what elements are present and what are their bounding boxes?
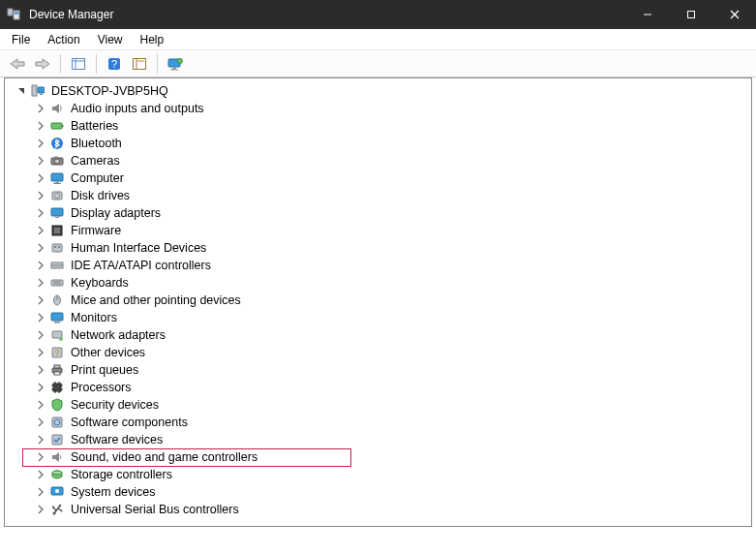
menu-file[interactable]: File <box>4 31 38 48</box>
svg-point-18 <box>178 58 183 63</box>
minimize-button[interactable] <box>625 0 669 29</box>
tree-category-node[interactable]: Display adapters <box>11 204 751 222</box>
swcomp-icon <box>49 415 65 430</box>
menu-view[interactable]: View <box>90 31 131 48</box>
tree-category-label: Universal Serial Bus controllers <box>69 501 241 518</box>
toolbar-help-button[interactable]: ? <box>103 53 126 75</box>
computer-icon <box>49 170 65 186</box>
chevron-right-icon[interactable] <box>34 416 47 429</box>
tree-category-node[interactable]: Print queues <box>11 361 751 379</box>
tree-category-node[interactable]: Human Interface Devices <box>11 239 751 257</box>
tree-category-node[interactable]: Processors <box>11 379 751 396</box>
printer-icon <box>49 362 65 378</box>
tree-category-node[interactable]: Disk drives <box>11 187 751 204</box>
svg-rect-17 <box>170 69 178 70</box>
toolbar-back-button[interactable] <box>6 53 29 75</box>
tree-category-node[interactable]: Bluetooth <box>11 135 751 152</box>
tree-category-label: Storage controllers <box>69 466 174 483</box>
tree-category-label: Mice and other pointing devices <box>69 292 243 309</box>
chevron-right-icon[interactable] <box>34 276 47 290</box>
mouse-icon <box>49 292 65 308</box>
tree-category-node[interactable]: Mice and other pointing devices <box>11 292 751 309</box>
device-manager-app-icon <box>0 7 27 22</box>
tree-category-label: Monitors <box>69 309 119 326</box>
chevron-right-icon[interactable] <box>34 328 47 342</box>
chevron-right-icon[interactable] <box>34 241 47 255</box>
tree-category-label: Human Interface Devices <box>69 239 208 257</box>
chevron-right-icon[interactable] <box>34 433 47 446</box>
toolbar-scan-button[interactable] <box>164 53 187 75</box>
toolbar-separator <box>60 54 61 74</box>
tree-category-node[interactable]: System devices <box>11 483 751 501</box>
firmware-icon <box>49 223 65 238</box>
tree-category-node[interactable]: Software components <box>11 414 751 431</box>
chevron-right-icon[interactable] <box>34 119 47 133</box>
status-area <box>4 531 752 550</box>
tree-category-node[interactable]: Cameras <box>11 152 751 169</box>
toolbar: ? <box>0 50 756 77</box>
computer-icon <box>30 83 45 99</box>
hid-icon <box>49 240 65 256</box>
chevron-down-icon[interactable] <box>15 84 28 98</box>
other-icon <box>49 345 65 360</box>
tree-category-node[interactable]: Batteries <box>11 117 751 135</box>
tree-category-label: Network adapters <box>69 326 167 344</box>
svg-rect-14 <box>137 60 144 62</box>
chevron-right-icon[interactable] <box>34 398 47 412</box>
tree-category-node[interactable]: IDE ATA/ATAPI controllers <box>11 257 751 274</box>
chevron-right-icon[interactable] <box>34 189 47 202</box>
display-icon <box>49 205 65 221</box>
swdev-icon <box>49 432 65 447</box>
menu-action[interactable]: Action <box>40 31 87 48</box>
tree-category-node[interactable]: Other devices <box>11 344 751 361</box>
toolbar-forward-button[interactable] <box>31 53 54 75</box>
toolbar-properties-button[interactable] <box>128 53 151 75</box>
close-button[interactable] <box>712 0 756 29</box>
chevron-right-icon[interactable] <box>34 468 47 481</box>
maximize-button[interactable] <box>669 0 712 29</box>
chevron-right-icon[interactable] <box>34 381 47 394</box>
tree-category-node[interactable]: Sound, video and game controllers <box>11 448 751 466</box>
usb-icon <box>49 502 65 517</box>
tree-category-node[interactable]: Network adapters <box>11 326 751 344</box>
chevron-right-icon[interactable] <box>34 259 47 272</box>
chevron-right-icon[interactable] <box>34 450 47 464</box>
tree-category-node[interactable]: Keyboards <box>11 274 751 292</box>
tree-category-node[interactable]: Universal Serial Bus controllers <box>11 501 751 518</box>
chevron-right-icon[interactable] <box>34 346 47 359</box>
chevron-right-icon[interactable] <box>34 485 47 499</box>
tree-category-label: Firmware <box>69 222 123 239</box>
tree-category-node[interactable]: Software devices <box>11 431 751 448</box>
chevron-right-icon[interactable] <box>34 293 47 307</box>
tree-category-label: Cameras <box>69 152 122 169</box>
chevron-right-icon[interactable] <box>34 171 47 185</box>
tree-category-node[interactable]: Security devices <box>11 396 751 414</box>
tree-category-node[interactable]: Firmware <box>11 222 751 239</box>
tree-category-label: Display adapters <box>69 204 163 222</box>
device-tree-panel[interactable]: DESKTOP-JVBP5HQAudio inputs and outputsB… <box>4 77 752 527</box>
chevron-right-icon[interactable] <box>34 206 47 220</box>
svg-rect-2 <box>15 12 18 15</box>
chevron-right-icon[interactable] <box>34 224 47 237</box>
tree-category-label: Bluetooth <box>69 135 124 152</box>
chevron-right-icon[interactable] <box>34 503 47 516</box>
menu-help[interactable]: Help <box>133 31 172 48</box>
chevron-right-icon[interactable] <box>34 363 47 377</box>
chevron-right-icon[interactable] <box>34 137 47 150</box>
toolbar-show-hidden-button[interactable] <box>67 53 90 75</box>
menubar: File Action View Help <box>0 29 756 50</box>
tree-category-label: Security devices <box>69 396 161 414</box>
tree-category-node[interactable]: Computer <box>11 169 751 187</box>
tree-category-node[interactable]: Storage controllers <box>11 466 751 483</box>
tree-category-label: Keyboards <box>69 274 131 292</box>
chevron-right-icon[interactable] <box>34 311 47 324</box>
tree-category-label: Audio inputs and outputs <box>69 100 206 117</box>
tree-root-node[interactable]: DESKTOP-JVBP5HQ <box>11 82 751 100</box>
camera-icon <box>49 153 65 169</box>
network-icon <box>49 327 65 343</box>
chevron-right-icon[interactable] <box>34 102 47 115</box>
tree-category-node[interactable]: Monitors <box>11 309 751 326</box>
chevron-right-icon[interactable] <box>34 154 47 168</box>
storage-icon <box>49 467 65 482</box>
tree-category-node[interactable]: Audio inputs and outputs <box>11 100 751 117</box>
